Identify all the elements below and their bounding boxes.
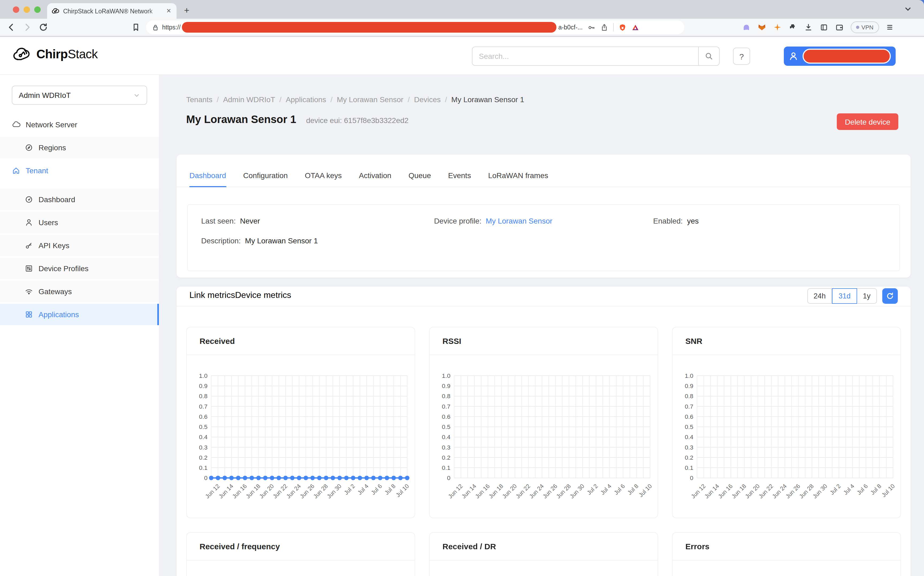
data-point (337, 476, 342, 480)
user-icon (25, 218, 33, 227)
browser-menu-icon[interactable] (885, 23, 894, 32)
sidebar-item-label: Applications (38, 310, 79, 319)
enabled-value: yes (687, 217, 699, 225)
svg-text:Jul 4: Jul 4 (842, 483, 855, 496)
sidebar-item-label: Gateways (38, 287, 72, 296)
tab-queue[interactable]: Queue (408, 171, 431, 187)
tab-otaa-keys[interactable]: OTAA keys (305, 171, 342, 187)
range-option-31d[interactable]: 31d (832, 288, 857, 304)
tab-search-chevron-icon[interactable] (904, 5, 912, 13)
breadcrumb: Tenants/Admin WDRIoT/Applications/My Lor… (186, 95, 524, 104)
sidebar-item-applications[interactable]: Applications (0, 304, 159, 325)
bookmark-icon[interactable] (131, 22, 141, 32)
range-option-1y[interactable]: 1y (857, 288, 877, 304)
vpn-badge[interactable]: VPN (851, 21, 879, 33)
window-zoom-button[interactable] (34, 6, 41, 13)
brave-shield-icon[interactable] (618, 23, 626, 31)
sidebar-toggle-icon[interactable] (820, 23, 828, 32)
search-button[interactable] (698, 46, 720, 66)
window-close-button[interactable] (13, 6, 19, 13)
address-bar[interactable]: https:// a-b0cf-... (146, 20, 684, 34)
tenant-select[interactable]: Admin WDRIoT (12, 86, 147, 105)
global-search (472, 46, 720, 66)
breadcrumb-item-applications[interactable]: Applications (286, 95, 326, 104)
user-menu-button[interactable] (784, 46, 896, 66)
key-icon[interactable] (588, 23, 596, 31)
svg-text:0: 0 (690, 474, 693, 482)
svg-text:Jun 12: Jun 12 (204, 483, 221, 500)
ghost-extension-icon[interactable] (742, 23, 751, 32)
forward-icon[interactable] (22, 22, 32, 32)
chart-card-received: Received 1.00.90.80.70.60.50.40.30.20.10… (186, 327, 415, 518)
sidebar-item-device-profiles[interactable]: Device Profiles (0, 258, 159, 279)
bat-triangle-icon[interactable] (631, 23, 639, 31)
lock-icon (151, 23, 159, 31)
sidebar-item-regions[interactable]: Regions (0, 137, 159, 158)
puzzle-extension-icon[interactable] (789, 23, 797, 32)
back-icon[interactable] (6, 22, 16, 32)
svg-text:Jun 16: Jun 16 (231, 483, 248, 500)
chart-plot-errors: 1.00.90.80.70.60.50.40.30.20.10Jun 12Jun… (673, 560, 899, 576)
data-point (391, 476, 396, 480)
share-icon[interactable] (600, 23, 609, 31)
svg-text:0.9: 0.9 (442, 382, 450, 389)
svg-text:Jul 2: Jul 2 (586, 483, 599, 496)
chirpstack-app: ChirpStack ? Admin WDRIoT Network Server… (0, 37, 924, 576)
data-point (324, 476, 328, 480)
tab-dashboard[interactable]: Dashboard (189, 171, 226, 187)
metrics-tab-device-metrics[interactable]: Device metrics (235, 290, 291, 306)
download-icon[interactable] (804, 23, 813, 32)
sidebar-item-users[interactable]: Users (0, 212, 159, 233)
sidebar-item-tenant[interactable]: Tenant (0, 160, 159, 181)
svg-text:Jul 2: Jul 2 (343, 483, 356, 496)
window-minimize-button[interactable] (24, 6, 30, 13)
sliders-icon (25, 264, 33, 273)
delete-device-button[interactable]: Delete device (837, 114, 898, 130)
breadcrumb-item-my-lorawan-sensor[interactable]: My Lorawan Sensor (337, 95, 404, 104)
svg-text:Jul 2: Jul 2 (828, 483, 842, 496)
home-icon (12, 166, 20, 175)
sidebar-item-network-server[interactable]: Network Server (0, 114, 159, 135)
tab-close-button[interactable]: ✕ (165, 8, 172, 14)
browser-tab[interactable]: ChirpStack LoRaWAN® Network ✕ (47, 3, 176, 19)
data-point (378, 476, 383, 480)
wallet-icon[interactable] (835, 23, 844, 32)
breadcrumb-item-admin-wdriot[interactable]: Admin WDRIoT (223, 95, 275, 104)
refresh-button[interactable] (882, 288, 898, 304)
breadcrumb-item-tenants[interactable]: Tenants (186, 95, 212, 104)
browser-toolbar: https:// a-b0cf-... VPN (0, 19, 924, 36)
sidebar-item-label: Dashboard (38, 195, 75, 204)
tab-lorawan-frames[interactable]: LoRaWAN frames (488, 171, 548, 187)
help-button[interactable]: ? (733, 48, 750, 65)
sidebar-item-dashboard[interactable]: Dashboard (0, 189, 159, 210)
metrics-tab-link-metrics[interactable]: Link metrics (189, 290, 235, 306)
data-point (256, 476, 261, 480)
reload-icon[interactable] (38, 22, 48, 32)
last-seen-label: Last seen: (201, 217, 236, 225)
data-point (317, 476, 322, 480)
fox-extension-icon[interactable] (757, 23, 766, 32)
sidebar-item-api-keys[interactable]: API Keys (0, 235, 159, 256)
data-point (297, 476, 301, 480)
divider (613, 23, 614, 32)
new-tab-button[interactable]: + (184, 4, 189, 17)
tab-configuration[interactable]: Configuration (243, 171, 288, 187)
device-profile-link[interactable]: My Lorawan Sensor (486, 217, 552, 225)
tab-activation[interactable]: Activation (359, 171, 391, 187)
breadcrumb-item-devices[interactable]: Devices (414, 95, 441, 104)
svg-text:0.3: 0.3 (199, 444, 208, 451)
metrics-header: Link metricsDevice metrics 24h31d1y (176, 286, 911, 306)
svg-text:Jul 6: Jul 6 (613, 483, 626, 496)
search-icon (705, 52, 713, 61)
spark-extension-icon[interactable] (773, 23, 781, 32)
data-point (250, 476, 254, 480)
data-point (344, 476, 349, 480)
range-option-24h[interactable]: 24h (807, 288, 832, 304)
tab-events[interactable]: Events (448, 171, 471, 187)
sidebar-item-gateways[interactable]: Gateways (0, 281, 159, 302)
search-input[interactable] (472, 46, 698, 66)
svg-text:Jul 6: Jul 6 (370, 483, 383, 496)
data-point (216, 476, 220, 480)
chirpstack-logo[interactable]: ChirpStack (12, 46, 98, 62)
breadcrumb-separator: / (408, 95, 410, 104)
